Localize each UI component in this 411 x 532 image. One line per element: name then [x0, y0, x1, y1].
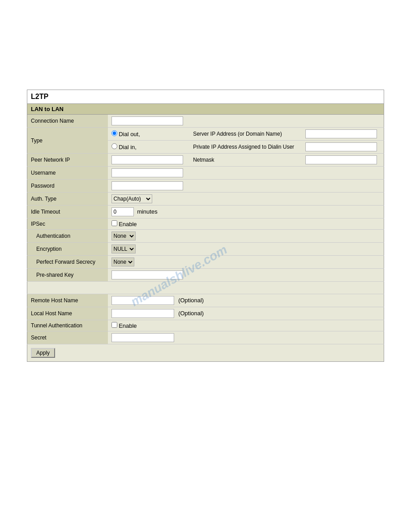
auth-type-row: Auth. Type Chap(Auto) PAP CHAP MS-CHAPv1… [27, 193, 384, 206]
dial-in-label: Dial in, [119, 144, 137, 150]
dial-out-label: Dial out, [119, 131, 140, 137]
authentication-row: Authentication None MD5 SHA1 [27, 230, 384, 243]
secret-row: Secret [27, 331, 384, 344]
remote-host-name-optional: (Optional) [178, 297, 204, 304]
remote-host-name-row: Remote Host Name (Optional) [27, 294, 384, 307]
dial-out-cell: Dial out, [108, 128, 190, 141]
secret-input-cell [108, 331, 384, 344]
username-row: Username [27, 167, 384, 180]
server-ip-label: Server IP Address (or Domain Name) [189, 128, 302, 141]
secret-input[interactable] [111, 333, 174, 342]
title-row: L2TP [27, 90, 384, 104]
remote-host-name-label: Remote Host Name [27, 294, 108, 307]
idle-timeout-suffix: minutes [137, 208, 158, 215]
tunnel-auth-row: Tunnel Authentication Enable [27, 320, 384, 331]
local-host-name-label: Local Host Name [27, 307, 108, 320]
local-host-name-input[interactable] [111, 309, 174, 318]
private-ip-input[interactable] [305, 142, 377, 151]
server-ip-input[interactable] [305, 129, 377, 138]
pre-shared-key-label: Pre-shared Key [27, 269, 108, 282]
auth-type-select-cell: Chap(Auto) PAP CHAP MS-CHAPv1 MS-CHAPv2 [108, 193, 384, 206]
password-input[interactable] [111, 181, 183, 190]
peer-network-ip-label: Peer Network IP [27, 154, 108, 167]
username-input[interactable] [111, 168, 183, 177]
pre-shared-key-row: Pre-shared Key [27, 269, 384, 282]
username-label: Username [27, 167, 108, 180]
dial-in-radio[interactable] [111, 143, 117, 149]
local-host-name-optional: (Optional) [178, 310, 204, 317]
connection-name-input-cell [108, 115, 384, 128]
netmask-input-cell [302, 154, 384, 167]
server-ip-input-cell [302, 128, 384, 141]
local-host-name-row: Local Host Name (Optional) [27, 307, 384, 320]
connection-name-row: Connection Name [27, 115, 384, 128]
idle-timeout-label: Idle Timeout [27, 206, 108, 219]
local-host-name-input-cell: (Optional) [108, 307, 384, 320]
ipsec-enable-checkbox[interactable] [111, 220, 117, 226]
password-row: Password [27, 180, 384, 193]
authentication-select-cell: None MD5 SHA1 [108, 230, 384, 243]
pfs-select-cell: None DH1 DH2 DH5 [108, 256, 384, 269]
remote-host-name-input[interactable] [111, 296, 174, 305]
encryption-row: Encryption NULL DES 3DES AES [27, 243, 384, 256]
pfs-row: Perfect Forward Secrecy None DH1 DH2 DH5 [27, 256, 384, 269]
ipsec-enable-label: Enable [119, 221, 137, 227]
idle-timeout-row: Idle Timeout minutes [27, 206, 384, 219]
apply-row: Apply [27, 344, 384, 362]
type-dialout-row: Type Dial out, Server IP Address (or Dom… [27, 128, 384, 141]
dial-out-radio[interactable] [111, 130, 117, 136]
section-header-row: LAN to LAN [27, 104, 384, 115]
idle-timeout-input-cell: minutes [108, 206, 384, 219]
connection-name-label: Connection Name [27, 115, 108, 128]
apply-cell: Apply [27, 344, 384, 362]
encryption-select[interactable]: NULL DES 3DES AES [111, 245, 136, 253]
private-ip-label: Private IP Address Assigned to Dialin Us… [189, 141, 302, 154]
peer-network-ip-input-cell [108, 154, 190, 167]
ipsec-label: IPSec [27, 219, 108, 230]
apply-button[interactable]: Apply [31, 348, 55, 358]
encryption-label: Encryption [27, 243, 108, 256]
secret-label: Secret [27, 331, 108, 344]
auth-type-select[interactable]: Chap(Auto) PAP CHAP MS-CHAPv1 MS-CHAPv2 [111, 194, 152, 203]
idle-timeout-input[interactable] [111, 207, 134, 216]
username-input-cell [108, 167, 384, 180]
ipsec-row: IPSec Enable [27, 219, 384, 230]
pfs-select[interactable]: None DH1 DH2 DH5 [111, 257, 134, 266]
auth-type-label: Auth. Type [27, 193, 108, 206]
pfs-label: Perfect Forward Secrecy [27, 256, 108, 269]
netmask-input[interactable] [305, 155, 377, 164]
pre-shared-key-input-cell [108, 269, 384, 282]
netmask-label: Netmask [189, 154, 302, 167]
encryption-select-cell: NULL DES 3DES AES [108, 243, 384, 256]
password-input-cell [108, 180, 384, 193]
tunnel-auth-enable-cell: Enable [108, 320, 384, 331]
remote-host-name-input-cell: (Optional) [108, 294, 384, 307]
ipsec-enable-cell: Enable [108, 219, 384, 230]
authentication-label: Authentication [27, 230, 108, 243]
connection-name-input[interactable] [111, 116, 183, 125]
private-ip-input-cell [302, 141, 384, 154]
dial-in-cell: Dial in, [108, 141, 190, 154]
peer-network-ip-input[interactable] [111, 155, 183, 164]
page-title: L2TP [31, 93, 48, 100]
tunnel-auth-enable-label: Enable [119, 322, 137, 329]
pre-shared-key-input[interactable] [111, 270, 183, 279]
main-form-table: L2TP LAN to LAN Connection Name Type Dia… [27, 90, 384, 362]
password-label: Password [27, 180, 108, 193]
tunnel-auth-label: Tunnel Authentication [27, 320, 108, 331]
authentication-select[interactable]: None MD5 SHA1 [111, 232, 136, 240]
peer-network-ip-row: Peer Network IP Netmask [27, 154, 384, 167]
section-header: LAN to LAN [31, 106, 64, 112]
spacer-row [27, 282, 384, 294]
type-label: Type [27, 128, 108, 154]
tunnel-auth-enable-checkbox[interactable] [111, 322, 117, 328]
